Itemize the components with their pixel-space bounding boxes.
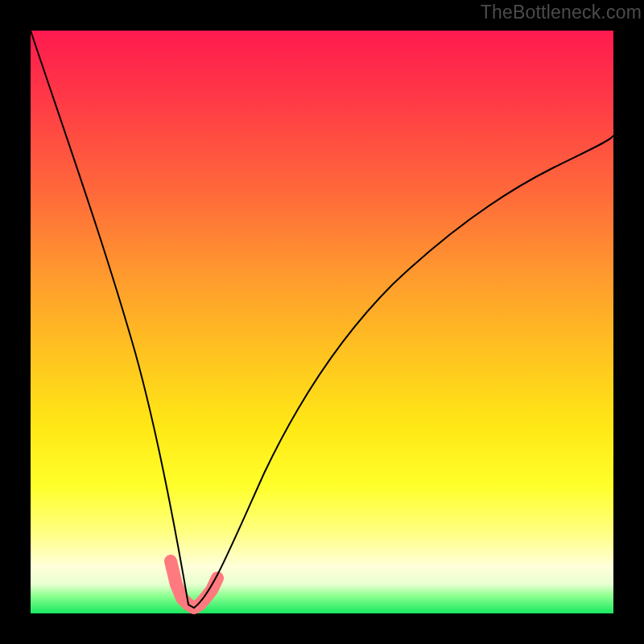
chart-frame: TheBottleneck.com: [0, 0, 644, 644]
curve-path: [31, 31, 613, 608]
watermark-text: TheBottleneck.com: [481, 2, 642, 23]
optimal-zone-highlight: [171, 561, 217, 608]
bottleneck-curve: [31, 31, 613, 613]
